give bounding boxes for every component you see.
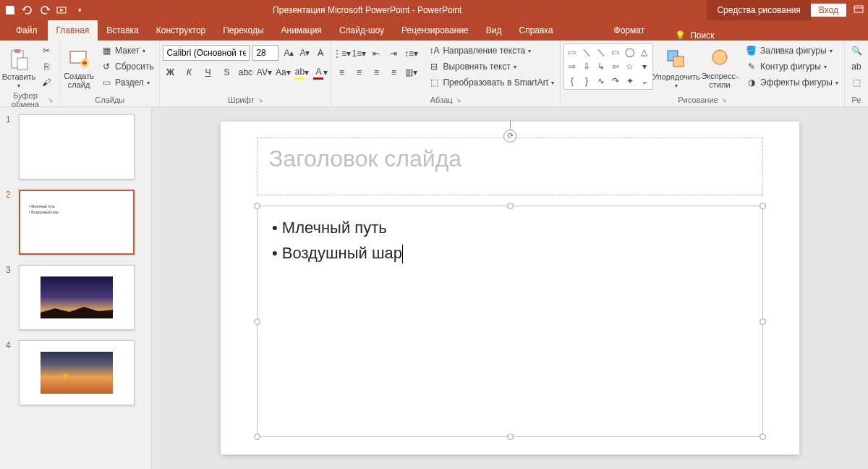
resize-handle-nw[interactable]	[254, 203, 260, 209]
shape-line-icon[interactable]: ＼	[580, 46, 593, 59]
paste-button[interactable]: Вставить ▾	[3, 43, 35, 93]
resize-handle-e[interactable]	[760, 318, 766, 325]
arrange-button[interactable]: Упорядочить▾	[656, 43, 697, 93]
align-right-button[interactable]: ≡	[369, 65, 383, 80]
font-name-input[interactable]	[163, 45, 250, 61]
change-case-button[interactable]: Aa▾	[276, 65, 290, 80]
font-dialog-icon[interactable]: ↘	[258, 96, 263, 103]
decrease-font-icon[interactable]: A▾	[297, 46, 312, 60]
shape-triangle-icon[interactable]: △	[638, 46, 651, 59]
slide[interactable]: Заголовок слайда Млечный путь Воздушный …	[221, 122, 799, 455]
resize-handle-se[interactable]	[760, 434, 766, 440]
start-from-beginning-icon[interactable]	[56, 4, 68, 16]
thumbnail-slide-3[interactable]	[19, 265, 135, 330]
columns-button[interactable]: ▥▾	[404, 65, 418, 80]
underline-button[interactable]: Ч	[200, 65, 215, 80]
clear-formatting-icon[interactable]: A̶	[313, 46, 328, 60]
strikethrough-button[interactable]: abc	[238, 65, 252, 80]
tab-insert[interactable]: Вставка	[98, 20, 148, 41]
redo-icon[interactable]	[39, 4, 51, 16]
shape-connector-icon[interactable]: ↳	[595, 60, 608, 73]
align-center-button[interactable]: ≡	[352, 65, 366, 80]
thumb-4[interactable]: 4	[6, 340, 145, 405]
align-text-button[interactable]: ⊟Выровнять текст▾	[425, 59, 557, 74]
shape-arrow-d-icon[interactable]: ⇩	[580, 60, 593, 73]
reset-button[interactable]: ↺Сбросить	[98, 59, 156, 74]
paragraph-dialog-icon[interactable]: ↘	[456, 96, 461, 103]
text-direction-button[interactable]: ↕AНаправление текста▾	[425, 43, 557, 58]
undo-icon[interactable]	[22, 4, 33, 16]
shape-star-icon[interactable]: ☆	[624, 60, 637, 73]
justify-button[interactable]: ≡	[386, 65, 401, 80]
tab-format[interactable]: Формат	[605, 20, 654, 41]
tab-review[interactable]: Рецензирование	[393, 20, 477, 41]
thumbnail-slide-4[interactable]	[19, 340, 135, 405]
convert-smartart-button[interactable]: ⬚Преобразовать в SmartArt▾	[425, 75, 557, 90]
tab-slideshow[interactable]: Слайд-шоу	[331, 20, 393, 41]
shadow-button[interactable]: S	[219, 65, 234, 80]
tab-file[interactable]: Файл	[6, 20, 48, 41]
tab-design[interactable]: Конструктор	[148, 20, 214, 41]
signin-button[interactable]: Вход	[811, 4, 846, 17]
copy-button[interactable]: ⎘	[38, 59, 55, 74]
rotate-handle-icon[interactable]	[503, 119, 516, 143]
shape-brace2-icon[interactable]: }	[580, 75, 593, 88]
character-spacing-button[interactable]: AV▾	[257, 65, 271, 80]
qat-dropdown-icon[interactable]: ▾	[74, 4, 85, 16]
resize-handle-sw[interactable]	[254, 434, 260, 440]
increase-font-icon[interactable]: A▴	[281, 46, 296, 60]
thumb-1[interactable]: 1	[6, 114, 145, 179]
decrease-indent-button[interactable]: ⇤	[369, 46, 383, 61]
align-left-button[interactable]: ≡	[334, 65, 349, 80]
numbering-button[interactable]: 1≡▾	[352, 46, 366, 61]
font-color-button[interactable]: A▾	[313, 65, 328, 80]
layout-button[interactable]: ▦Макет▾	[98, 43, 156, 58]
save-icon[interactable]	[4, 4, 16, 16]
select-button[interactable]: ⬚	[848, 75, 865, 90]
shape-star2-icon[interactable]: ✦	[624, 75, 637, 88]
shape-rect2-icon[interactable]: ▭	[609, 46, 622, 59]
resize-handle-s[interactable]	[507, 434, 514, 440]
shape-oval-icon[interactable]: ◯	[624, 46, 637, 59]
shape-effects-button[interactable]: ◑Эффекты фигуры▾	[743, 75, 841, 90]
bullets-button[interactable]: ⋮≡▾	[334, 46, 349, 61]
content-placeholder[interactable]: Млечный путь Воздушный шар	[257, 206, 763, 437]
font-highlight-button[interactable]: ab▾	[294, 65, 309, 80]
increase-indent-button[interactable]: ⇥	[386, 46, 401, 61]
shape-scroll-icon[interactable]: ⌄	[638, 75, 651, 88]
resize-handle-w[interactable]	[254, 318, 260, 325]
format-painter-button[interactable]: 🖌	[38, 75, 55, 90]
font-size-input[interactable]	[252, 45, 278, 61]
line-spacing-button[interactable]: ↕≡▾	[404, 46, 418, 61]
title-placeholder[interactable]: Заголовок слайда	[257, 138, 763, 195]
italic-button[interactable]: К	[182, 65, 196, 80]
tab-view[interactable]: Вид	[477, 20, 511, 41]
quick-styles-button[interactable]: Экспресс- стили	[699, 43, 740, 93]
section-button[interactable]: ▭Раздел▾	[98, 75, 156, 90]
thumbnail-slide-1[interactable]	[19, 114, 135, 179]
cut-button[interactable]: ✂	[38, 43, 55, 58]
bullet-2[interactable]: Воздушный шар	[272, 240, 748, 266]
clipboard-dialog-icon[interactable]: ↘	[48, 96, 54, 103]
tell-me-search[interactable]: 💡 Поиск	[675, 30, 714, 41]
thumb-3[interactable]: 3	[6, 265, 145, 330]
replace-button[interactable]: ab	[848, 59, 865, 74]
find-button[interactable]: 🔍	[848, 43, 865, 58]
thumbnail-slide-2[interactable]: • Млечный путь• Воздушный шар	[19, 190, 135, 255]
resize-handle-ne[interactable]	[760, 203, 766, 209]
drawing-dialog-icon[interactable]: ↘	[721, 96, 727, 103]
shape-curve-icon[interactable]: ∿	[595, 75, 608, 88]
tab-home[interactable]: Главная	[48, 20, 98, 41]
shape-line2-icon[interactable]: ＼	[595, 46, 608, 59]
resize-handle-n[interactable]	[507, 203, 514, 209]
bullet-1[interactable]: Млечный путь	[272, 215, 748, 240]
ribbon-display-options-icon[interactable]	[854, 4, 864, 17]
slide-canvas-area[interactable]: Заголовок слайда Млечный путь Воздушный …	[152, 107, 868, 469]
shape-arrow-l-icon[interactable]: ⇦	[609, 60, 622, 73]
shape-curve2-icon[interactable]: ↷	[609, 75, 622, 88]
shape-brace-icon[interactable]: {	[566, 75, 579, 88]
shape-fill-button[interactable]: 🪣Заливка фигуры▾	[743, 43, 841, 58]
tab-help[interactable]: Справка	[510, 20, 561, 41]
slide-thumbnails-pane[interactable]: 1 2• Млечный путь• Воздушный шар 3 4	[0, 107, 152, 469]
tab-animations[interactable]: Анимация	[273, 20, 331, 41]
